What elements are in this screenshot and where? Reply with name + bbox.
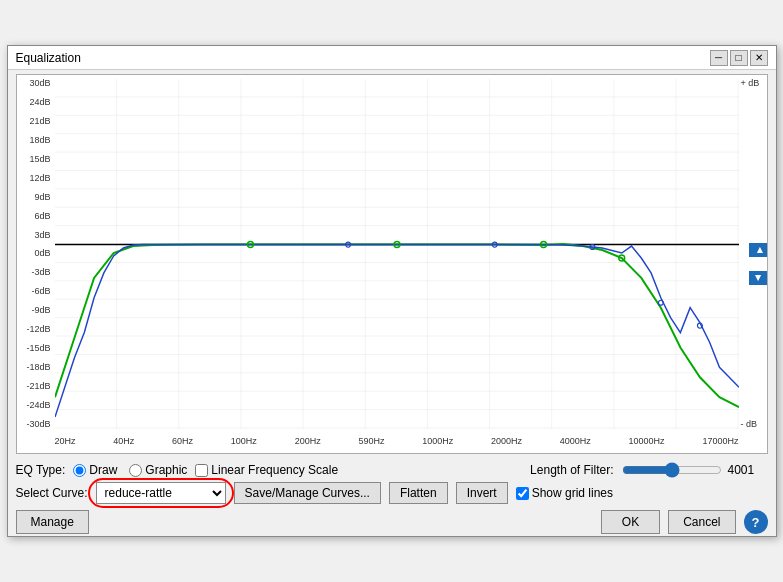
linear-freq-checkbox[interactable] xyxy=(195,464,208,477)
cancel-button[interactable]: Cancel xyxy=(668,510,735,534)
y-label-15: 15dB xyxy=(29,155,50,164)
show-grid-checkbox[interactable] xyxy=(516,487,529,500)
x-label-10000hz: 10000Hz xyxy=(629,436,665,446)
minimize-button[interactable]: ─ xyxy=(710,50,728,66)
y-label-n15: -15dB xyxy=(26,344,50,353)
y-axis-labels: 30dB 24dB 21dB 18dB 15dB 12dB 9dB 6dB 3d… xyxy=(17,79,55,429)
y-label-18: 18dB xyxy=(29,136,50,145)
y-label-n21: -21dB xyxy=(26,382,50,391)
filter-slider-container: 4001 xyxy=(622,462,768,478)
linear-freq-label: Linear Frequency Scale xyxy=(211,463,338,477)
y-label-n18: -18dB xyxy=(26,363,50,372)
maximize-button[interactable]: □ xyxy=(730,50,748,66)
ok-button[interactable]: OK xyxy=(601,510,660,534)
graphic-radio-label[interactable]: Graphic xyxy=(129,463,187,477)
y-label-12: 12dB xyxy=(29,174,50,183)
x-label-60hz: 60Hz xyxy=(172,436,193,446)
y-label-n9: -9dB xyxy=(31,306,50,315)
y-label-24: 24dB xyxy=(29,98,50,107)
scroll-arrows: ▶ ▶ xyxy=(751,75,767,453)
scroll-down-arrow[interactable]: ▶ xyxy=(749,271,768,285)
title-bar-controls: ─ □ ✕ xyxy=(710,50,768,66)
draw-radio-label[interactable]: Draw xyxy=(73,463,117,477)
flatten-button[interactable]: Flatten xyxy=(389,482,448,504)
x-axis-labels: 20Hz 40Hz 60Hz 100Hz 200Hz 590Hz 1000Hz … xyxy=(55,429,739,453)
window-title: Equalization xyxy=(16,51,81,65)
chart-container: 30dB 24dB 21dB 18dB 15dB 12dB 9dB 6dB 3d… xyxy=(12,74,772,454)
y-label-n12: -12dB xyxy=(26,325,50,334)
x-label-100hz: 100Hz xyxy=(231,436,257,446)
controls-row1: EQ Type: Draw Graphic Linear Frequency S… xyxy=(16,462,768,478)
y-label-21: 21dB xyxy=(29,117,50,126)
graphic-radio[interactable] xyxy=(129,464,142,477)
y-label-3: 3dB xyxy=(34,231,50,240)
x-label-200hz: 200Hz xyxy=(295,436,321,446)
curve-select[interactable]: reduce-rattle xyxy=(96,482,226,504)
graphic-label: Graphic xyxy=(145,463,187,477)
x-label-20hz: 20Hz xyxy=(55,436,76,446)
y-label-9: 9dB xyxy=(34,193,50,202)
controls-row3: Manage OK Cancel ? xyxy=(16,508,768,534)
save-manage-button[interactable]: Save/Manage Curves... xyxy=(234,482,381,504)
y-label-30: 30dB xyxy=(29,79,50,88)
x-label-40hz: 40Hz xyxy=(113,436,134,446)
eq-type-radio-group: Draw Graphic xyxy=(73,463,187,477)
x-label-17000hz: 17000Hz xyxy=(702,436,738,446)
filter-length-value: 4001 xyxy=(728,463,768,477)
manage-button[interactable]: Manage xyxy=(16,510,89,534)
scroll-up-arrow[interactable]: ▶ xyxy=(749,243,768,257)
filter-length-label: Length of Filter: xyxy=(530,463,613,477)
help-button[interactable]: ? xyxy=(744,510,768,534)
controls-row2: Select Curve: reduce-rattle Save/Manage … xyxy=(16,482,768,504)
close-button[interactable]: ✕ xyxy=(750,50,768,66)
chart-svg xyxy=(55,79,739,429)
y-label-n6: -6dB xyxy=(31,287,50,296)
curve-select-wrapper: reduce-rattle xyxy=(96,482,226,504)
y-label-0: 0dB xyxy=(34,249,50,258)
x-label-4000hz: 4000Hz xyxy=(560,436,591,446)
invert-button[interactable]: Invert xyxy=(456,482,508,504)
equalization-window: Equalization ─ □ ✕ 30dB 24dB 21dB 18dB 1… xyxy=(7,45,777,537)
y-label-n24: -24dB xyxy=(26,401,50,410)
linear-freq-checkbox-label[interactable]: Linear Frequency Scale xyxy=(195,463,338,477)
y-label-6: 6dB xyxy=(34,212,50,221)
svg-rect-4 xyxy=(55,79,739,429)
x-label-2000hz: 2000Hz xyxy=(491,436,522,446)
show-grid-label[interactable]: Show grid lines xyxy=(516,486,613,500)
select-curve-label: Select Curve: xyxy=(16,486,88,500)
filter-length-slider[interactable] xyxy=(622,462,722,478)
eq-type-label: EQ Type: xyxy=(16,463,66,477)
draw-radio[interactable] xyxy=(73,464,86,477)
y-label-n30: -30dB xyxy=(26,420,50,429)
controls-panel: EQ Type: Draw Graphic Linear Frequency S… xyxy=(8,458,776,536)
draw-label: Draw xyxy=(89,463,117,477)
x-label-1000hz: 1000Hz xyxy=(422,436,453,446)
show-grid-text: Show grid lines xyxy=(532,486,613,500)
x-label-590hz: 590Hz xyxy=(358,436,384,446)
chart-area[interactable]: 30dB 24dB 21dB 18dB 15dB 12dB 9dB 6dB 3d… xyxy=(16,74,768,454)
chart-plot-area[interactable] xyxy=(55,79,739,429)
title-bar: Equalization ─ □ ✕ xyxy=(8,46,776,70)
y-label-n3: -3dB xyxy=(31,268,50,277)
